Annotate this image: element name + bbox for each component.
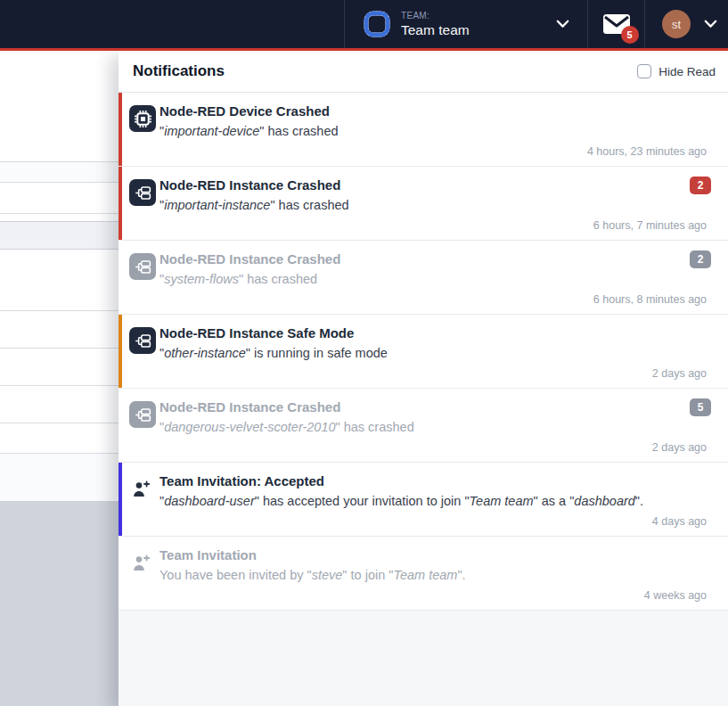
notification-title: Node-RED Device Crashed xyxy=(160,103,330,119)
notifications-panel: Notifications Hide Read Node-RED Device … xyxy=(119,51,728,706)
user-menu[interactable]: st xyxy=(644,0,728,48)
unread-accent-bar xyxy=(119,167,122,240)
notification-message: You have been invited by "steve" to join… xyxy=(160,568,466,582)
team-texts: TEAM: Team team xyxy=(401,11,556,38)
notifications-inbox-button[interactable]: 5 xyxy=(587,0,644,48)
notification-title: Team Invitation xyxy=(160,547,257,562)
notification-item[interactable]: Node-RED Instance Crashed"system-flows" … xyxy=(119,241,728,315)
notification-timestamp: 6 hours, 8 minutes ago xyxy=(593,293,707,306)
team-label: TEAM: xyxy=(401,11,556,21)
unread-accent-bar xyxy=(119,389,122,462)
top-navbar: TEAM: Team team 5 st xyxy=(0,0,728,48)
notification-timestamp: 4 hours, 23 minutes ago xyxy=(587,145,707,158)
user-add-icon xyxy=(127,475,156,504)
notification-item[interactable]: Team InvitationYou have been invited by … xyxy=(119,537,728,611)
notification-message: "dashboard-user" has accepted your invit… xyxy=(160,494,643,508)
notification-item[interactable]: Node-RED Instance Crashed"important-inst… xyxy=(119,167,728,241)
notification-title: Team Invitation: Accepted xyxy=(160,473,324,488)
notification-count-badge: 5 xyxy=(690,398,711,416)
unread-accent-bar xyxy=(119,241,122,314)
notification-item[interactable]: Node-RED Instance Crashed"dangerous-velv… xyxy=(119,389,728,463)
notification-count-badge: 2 xyxy=(690,250,711,268)
notification-message: "other-instance" is running in safe mode xyxy=(160,346,388,360)
instance-icon xyxy=(129,401,156,428)
navbar-spacer xyxy=(0,0,344,48)
team-switcher[interactable]: TEAM: Team team xyxy=(344,0,587,48)
team-avatar-icon xyxy=(362,9,392,39)
notification-item[interactable]: Team Invitation: Accepted"dashboard-user… xyxy=(119,463,728,537)
notification-timestamp: 4 days ago xyxy=(652,515,707,528)
notifications-list: Node-RED Device Crashed"important-device… xyxy=(119,93,728,611)
notification-title: Node-RED Instance Crashed xyxy=(160,251,340,267)
hide-read-label: Hide Read xyxy=(658,65,716,78)
notification-timestamp: 4 weeks ago xyxy=(644,589,707,602)
notification-message: "dangerous-velvet-scoter-2010" has crash… xyxy=(160,420,414,434)
panel-title: Notifications xyxy=(133,62,637,80)
user-avatar: st xyxy=(662,10,691,38)
chevron-down-icon xyxy=(556,16,569,32)
instance-icon xyxy=(129,179,156,206)
mail-envelope-icon: 5 xyxy=(602,12,631,36)
notification-title: Node-RED Instance Crashed xyxy=(160,399,340,415)
notification-timestamp: 2 days ago xyxy=(652,441,707,454)
notification-message: "system-flows" has crashed xyxy=(160,272,317,286)
hide-read-checkbox[interactable] xyxy=(637,64,651,78)
unread-notifications-badge: 5 xyxy=(621,26,639,44)
notification-timestamp: 6 hours, 7 minutes ago xyxy=(593,219,707,232)
hide-read-toggle[interactable]: Hide Read xyxy=(637,64,716,78)
notification-count-badge: 2 xyxy=(690,176,711,194)
unread-accent-bar xyxy=(119,463,122,536)
device-icon xyxy=(129,105,156,132)
user-add-icon xyxy=(127,549,156,578)
notification-message: "important-instance" has crashed xyxy=(160,198,349,212)
unread-accent-bar xyxy=(119,537,122,610)
chevron-down-icon xyxy=(704,16,717,32)
instance-icon xyxy=(129,327,156,354)
unread-accent-bar xyxy=(119,315,122,388)
team-name: Team team xyxy=(401,22,556,38)
notifications-panel-header: Notifications Hide Read xyxy=(119,51,728,93)
notification-timestamp: 2 days ago xyxy=(652,367,707,380)
notification-title: Node-RED Instance Safe Mode xyxy=(160,325,354,341)
notification-title: Node-RED Instance Crashed xyxy=(160,177,340,193)
notification-item[interactable]: Node-RED Device Crashed"important-device… xyxy=(119,93,728,167)
notification-item[interactable]: Node-RED Instance Safe Mode"other-instan… xyxy=(119,315,728,389)
brand-red-divider xyxy=(0,48,728,51)
notification-message: "important-device" has crashed xyxy=(160,124,339,138)
unread-accent-bar xyxy=(119,93,122,166)
instance-icon xyxy=(129,253,156,280)
